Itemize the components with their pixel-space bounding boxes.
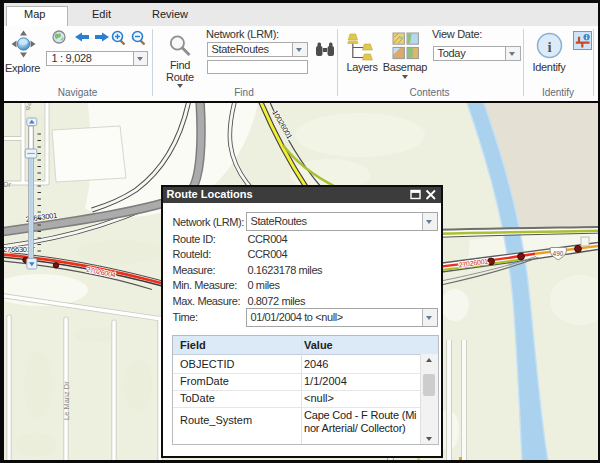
svg-text:Dr: Dr [4,180,11,189]
svg-text:Pa: Pa [24,103,33,111]
svg-text:Le Manz Dr: Le Manz Dr [62,381,71,420]
svg-text:i: i [547,38,551,54]
svg-text:490: 490 [553,250,564,257]
